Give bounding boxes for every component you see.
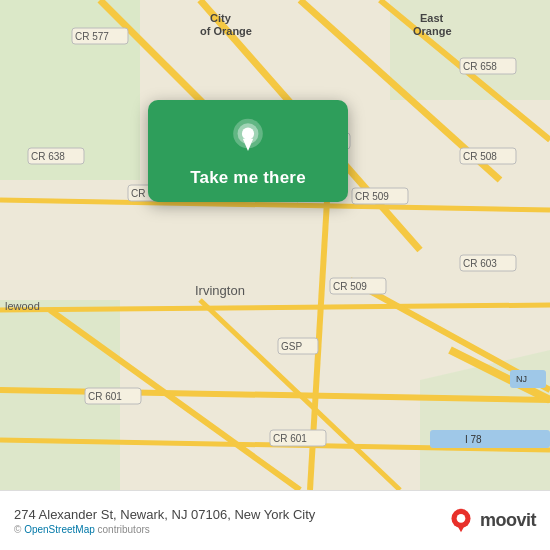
osm-attribution: © OpenStreetMap contributors [14, 524, 315, 535]
svg-text:CR 508: CR 508 [463, 151, 497, 162]
svg-marker-58 [457, 524, 466, 532]
moovit-logo: moovit [448, 508, 536, 534]
svg-text:CR 601: CR 601 [273, 433, 307, 444]
svg-rect-3 [390, 0, 550, 100]
osm-prefix: © [14, 524, 24, 535]
svg-text:Orange: Orange [413, 25, 452, 37]
svg-text:CR 601: CR 601 [88, 391, 122, 402]
svg-text:Irvington: Irvington [195, 283, 245, 298]
svg-text:GSP: GSP [281, 341, 302, 352]
map-background: I 78 NJ CR 577 CR 638 CR 638 CR 509 CR 5… [0, 0, 550, 490]
svg-text:of Orange: of Orange [200, 25, 252, 37]
svg-text:CR 509: CR 509 [355, 191, 389, 202]
svg-text:East: East [420, 12, 444, 24]
take-me-there-button[interactable]: Take me there [190, 168, 306, 188]
moovit-label: moovit [480, 510, 536, 531]
svg-text:CR 638: CR 638 [31, 151, 65, 162]
map-container: I 78 NJ CR 577 CR 638 CR 638 CR 509 CR 5… [0, 0, 550, 490]
svg-text:lewood: lewood [5, 300, 40, 312]
svg-text:CR 577: CR 577 [75, 31, 109, 42]
svg-point-54 [242, 128, 254, 140]
svg-text:I 78: I 78 [465, 434, 482, 445]
svg-text:City: City [210, 12, 232, 24]
address-text: 274 Alexander St, Newark, NJ 07106, New … [14, 507, 315, 522]
svg-text:CR 603: CR 603 [463, 258, 497, 269]
osm-link[interactable]: OpenStreetMap [24, 524, 95, 535]
moovit-icon [448, 508, 474, 534]
osm-suffix: contributors [95, 524, 150, 535]
location-pin-icon [228, 118, 268, 158]
popup-card[interactable]: Take me there [148, 100, 348, 202]
svg-rect-18 [430, 430, 550, 448]
svg-point-57 [457, 514, 466, 523]
svg-text:CR 658: CR 658 [463, 61, 497, 72]
svg-text:NJ: NJ [516, 374, 527, 384]
bottom-bar: 274 Alexander St, Newark, NJ 07106, New … [0, 490, 550, 550]
address-info: 274 Alexander St, Newark, NJ 07106, New … [14, 507, 315, 535]
svg-text:CR 509: CR 509 [333, 281, 367, 292]
